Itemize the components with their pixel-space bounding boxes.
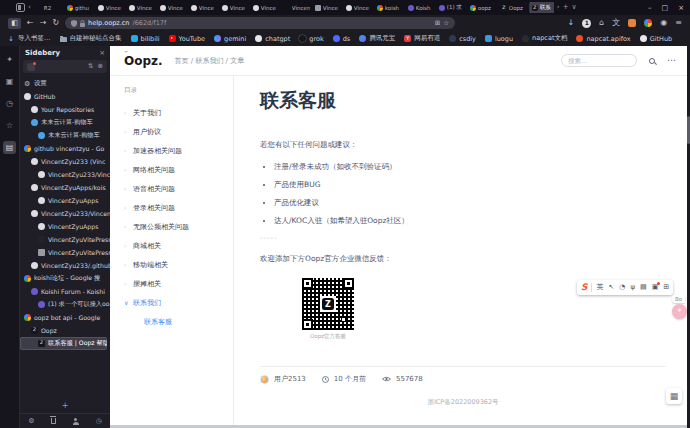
settings-icon[interactable]: ⚙ (28, 417, 34, 425)
extension-colorful-icon[interactable] (644, 19, 652, 27)
browser-tab[interactable]: githu (65, 2, 95, 13)
tree-tab-item[interactable]: VincentZyu233/.github (20, 259, 110, 272)
reload-button[interactable]: ↻ (52, 19, 59, 27)
keyboard-icon[interactable]: ▤ (640, 284, 647, 291)
bookmark-item[interactable]: gemini (214, 35, 246, 43)
browser-tab[interactable]: Vince (158, 2, 188, 13)
browser-tab[interactable]: Vince (127, 2, 157, 13)
bookmark-item[interactable]: GitHub (640, 35, 673, 43)
toc-item[interactable]: › 语音相关问题 (124, 179, 233, 198)
sidebery-new-tab-button[interactable]: + (20, 398, 110, 413)
browser-tab[interactable]: Koish (406, 2, 436, 13)
toc-item[interactable]: › 无限公频相关问题 (124, 217, 233, 236)
bookmark-item[interactable]: 导入书签… (8, 34, 51, 43)
home-icon[interactable]: ⌂ (599, 19, 604, 27)
back-button[interactable]: ← (27, 19, 34, 27)
save-page-icon[interactable]: ⊞ (435, 19, 440, 27)
bookmark-item[interactable]: csdiy (449, 35, 476, 43)
browser-tab[interactable]: Vince (344, 2, 374, 13)
clock-face-icon[interactable]: ◔ (619, 284, 625, 291)
browser-tab[interactable]: R2 (34, 2, 64, 13)
toc-item[interactable]: › 用户协议 (124, 122, 233, 141)
history-clock-icon[interactable]: ◷ (96, 417, 102, 425)
sidebar-toggle-button[interactable]: ◧ (8, 18, 21, 29)
bookmark-item[interactable]: napcat文档 (522, 34, 567, 43)
tree-tab-item[interactable]: VincentZyu233/Vincen (20, 207, 110, 220)
tree-tab-item[interactable]: 未来云计算-购物车 (20, 116, 110, 129)
toc-item[interactable]: › 网络相关问题 (124, 160, 233, 179)
close-window-button[interactable]: × (678, 4, 684, 12)
tree-tab-item[interactable]: VincentZyuApps/kois (20, 181, 110, 194)
browser-tab[interactable]: Vince (189, 2, 219, 13)
tree-tab-item[interactable]: 联系客服 | Oopz 帮助 (20, 337, 107, 350)
toc-item[interactable]: › 摆摊相关 (124, 274, 233, 293)
url-bar[interactable]: help.oopz.cn/662d/f17f ⊞ ☆ (65, 17, 455, 29)
bo-widget[interactable]: Bo (672, 295, 685, 303)
scroll-tabs-left-button[interactable]: ‹ (28, 4, 31, 11)
browser-tab[interactable]: Oopz (499, 2, 529, 13)
toc-item[interactable]: › 移动端相关 (124, 255, 233, 274)
browser-tab[interactable]: koish (375, 2, 405, 13)
bookmark-item[interactable]: 腾讯元宝 (359, 34, 395, 43)
ai-chatbot-icon[interactable]: ✦ (3, 53, 16, 66)
firefox-view-icon[interactable] (16, 3, 25, 12)
toc-item[interactable]: › 登录相关问题 (124, 198, 233, 217)
page-qr-button[interactable]: ▦ (666, 388, 682, 404)
screenshot-icon[interactable]: ▣ (652, 284, 659, 291)
person-icon[interactable] (72, 418, 79, 425)
bookmarks-icon[interactable]: ☆ (3, 119, 16, 132)
account-icon[interactable]: ◉ (660, 19, 667, 27)
toc-item[interactable]: 联系客服 (124, 312, 233, 331)
grid-more-icon[interactable]: ⊞ (663, 284, 669, 291)
search-input[interactable] (561, 54, 637, 67)
tree-tab-item[interactable]: 未来云计算-购物车 (20, 129, 110, 142)
browser-tab[interactable]: Vince (313, 2, 343, 13)
browser-tab[interactable]: 联系 × (530, 2, 554, 13)
toc-item[interactable]: › 商城相关 (124, 236, 233, 255)
bookmark-star-icon[interactable]: ☆ (443, 19, 449, 27)
tree-tab-item[interactable]: VincentZyuVitePress (20, 233, 110, 246)
tabs-panel-icon[interactable] (27, 63, 35, 71)
tree-tab-item[interactable]: VincentZyuVitePress (20, 246, 110, 259)
tree-tab-item[interactable]: Oopz (20, 324, 110, 337)
browser-tab[interactable]: Vince (251, 2, 281, 13)
s-extension-logo[interactable]: S (581, 283, 587, 292)
bookmark-item[interactable]: napcat.apifox (576, 35, 630, 43)
maximize-button[interactable]: □ (662, 4, 669, 12)
synced-tabs-icon[interactable]: ▣ (3, 75, 16, 88)
extension-orange-icon[interactable] (628, 19, 636, 27)
translate-icon[interactable]: 文 (612, 19, 620, 27)
breadcrumb[interactable]: 首页 / 联系我们 / 文章 (175, 56, 245, 66)
bookmark-item[interactable]: grok (299, 35, 323, 43)
minimize-button[interactable]: – (648, 4, 652, 12)
bookmark-item[interactable]: bilibili (131, 35, 160, 43)
browser-tab[interactable]: oopz (468, 2, 498, 13)
tree-tab-item[interactable]: GitHub (20, 90, 110, 103)
browser-tab[interactable]: (1) 求 (437, 2, 467, 13)
tree-tab-item[interactable]: koishi论坛 - Google 搜 (20, 272, 110, 285)
sidebery-panel-icon[interactable]: ▤ (3, 141, 16, 154)
tree-tab-item[interactable]: Koishi Forum - Koishi (20, 285, 110, 298)
browser-tab[interactable]: Vince (220, 2, 250, 13)
sidebery-close-icon[interactable]: × (99, 49, 105, 57)
browser-tab[interactable]: Vince (96, 2, 126, 13)
search-icon[interactable] (649, 58, 655, 64)
scroll-tabs-right-button[interactable]: › (557, 4, 560, 11)
tree-tab-item[interactable]: oopz bot api - Google (20, 311, 110, 324)
dismiss-icon[interactable]: ⊗ (98, 63, 103, 70)
tree-tab-item[interactable]: VincentZyuApps (20, 194, 110, 207)
downloads-icon[interactable]: ↓ (568, 19, 575, 27)
extension-badge-icon[interactable]: 1 (582, 19, 591, 28)
tree-tab-item[interactable]: Your Repositories (20, 103, 110, 116)
bookmark-item[interactable]: ds (333, 35, 351, 43)
tree-tab-item[interactable]: VincentZyu233 (Vinc (20, 155, 110, 168)
new-tab-button[interactable]: + (563, 4, 569, 11)
tree-tab-item[interactable]: github vincentzyu - Go (20, 142, 110, 155)
tree-tab-item[interactable]: VincentZyuApps (20, 220, 110, 233)
toc-item[interactable]: ∨ 联系我们 (124, 293, 233, 312)
forward-button[interactable]: → (40, 19, 47, 27)
bookmark-item[interactable]: chatgpt (255, 35, 290, 43)
pink-assistant-button[interactable]: * (672, 304, 687, 319)
browser-tab[interactable]: Vincent2 (282, 2, 312, 13)
more-menu-button[interactable]: ⋯ (667, 56, 676, 65)
